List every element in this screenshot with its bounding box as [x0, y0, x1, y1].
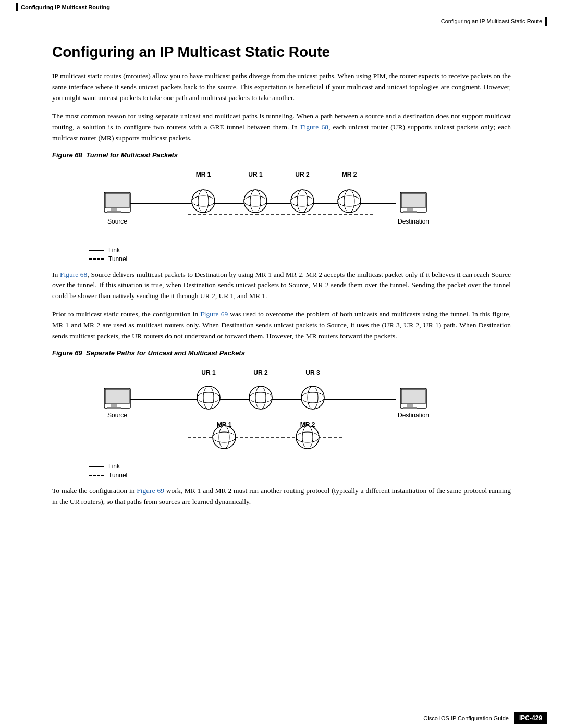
- fig69-link-1[interactable]: Figure 69: [200, 310, 228, 318]
- paragraph-4: Prior to multicast static routes, the co…: [52, 309, 511, 342]
- svg-text:Source: Source: [107, 218, 127, 225]
- svg-point-20: [291, 190, 314, 213]
- paragraph-5: To make the configuration in Figure 69 w…: [52, 486, 511, 508]
- svg-point-56: [296, 426, 319, 449]
- legend-tunnel-label: Tunnel: [108, 255, 127, 263]
- svg-point-44: [197, 386, 220, 409]
- figure-68-caption: Figure 68 Tunnel for Multicast Packets: [52, 151, 511, 159]
- legend-tunnel-69: Tunnel: [89, 472, 127, 479]
- figure-68-svg: MR 1 UR 1 UR 2 MR 2: [83, 167, 448, 240]
- svg-point-50: [301, 386, 324, 409]
- svg-point-17: [244, 190, 267, 213]
- svg-rect-11: [401, 193, 425, 208]
- header-right-text: Configuring an IP Multicast Static Route: [441, 18, 542, 24]
- figure-69-diagram: UR 1 UR 2 UR 3 MR 1 MR 2: [83, 365, 511, 480]
- fig68-link-1[interactable]: Figure 68: [300, 123, 328, 131]
- fig69-link-2[interactable]: Figure 69: [137, 487, 164, 495]
- figure-69-svg: UR 1 UR 2 UR 3 MR 1 MR 2: [83, 365, 448, 456]
- svg-text:UR 1: UR 1: [201, 369, 216, 376]
- svg-text:UR 3: UR 3: [305, 369, 320, 376]
- svg-rect-37: [105, 389, 129, 404]
- legend-dashed-line: [89, 258, 104, 260]
- svg-point-47: [249, 386, 272, 409]
- svg-text:MR 1: MR 1: [196, 171, 211, 178]
- svg-rect-7: [105, 193, 129, 208]
- legend-tunnel-68: Tunnel: [89, 255, 127, 263]
- main-content: Configuring an IP Multicast Static Route…: [0, 28, 563, 546]
- figure-68-label: Figure 68 Tunnel for Multicast Packets: [52, 151, 178, 159]
- header-bar-left: [16, 3, 18, 11]
- footer-right: Cisco IOS IP Configuration Guide IPC-429: [423, 712, 547, 724]
- svg-text:Destination: Destination: [398, 412, 429, 419]
- svg-text:Source: Source: [107, 412, 127, 419]
- header-bar-right: [545, 17, 547, 26]
- figure-68-block: Figure 68 Tunnel for Multicast Packets M…: [52, 151, 511, 264]
- legend-link-label-69: Link: [108, 463, 120, 470]
- svg-point-23: [338, 190, 361, 213]
- paragraph-2: The most common reason for using separat…: [52, 111, 511, 144]
- svg-text:UR 2: UR 2: [253, 369, 268, 376]
- svg-text:Destination: Destination: [398, 218, 429, 225]
- svg-rect-39: [107, 407, 121, 409]
- legend-link-label: Link: [108, 246, 120, 254]
- svg-text:UR 1: UR 1: [248, 171, 263, 178]
- header-bottom: Configuring an IP Multicast Static Route: [0, 15, 563, 28]
- svg-text:UR 2: UR 2: [295, 171, 310, 178]
- fig68-link-2[interactable]: Figure 68: [60, 270, 87, 278]
- figure-69-caption: Figure 69 Separate Paths for Unicast and…: [52, 349, 511, 357]
- svg-rect-38: [111, 404, 117, 407]
- svg-text:MR 2: MR 2: [342, 171, 357, 178]
- figure-69-label: Figure 69 Separate Paths for Unicast and…: [52, 349, 245, 357]
- header-left-text: Configuring IP Multicast Routing: [21, 4, 110, 10]
- legend-link-69: Link: [89, 463, 127, 470]
- svg-point-14: [192, 190, 215, 213]
- figure-68-diagram: MR 1 UR 1 UR 2 MR 2: [83, 167, 511, 264]
- footer-guide-text: Cisco IOS IP Configuration Guide: [423, 715, 509, 721]
- header-right-area: Configuring an IP Multicast Static Route: [441, 17, 547, 26]
- svg-rect-8: [111, 208, 117, 211]
- svg-rect-13: [403, 211, 417, 213]
- legend-dashed-line-69: [89, 475, 104, 476]
- legend-solid-line: [89, 250, 104, 251]
- svg-rect-9: [107, 211, 121, 213]
- figure-69-block: Figure 69 Separate Paths for Unicast and…: [52, 349, 511, 480]
- paragraph-1: IP multicast static routes (mroutes) all…: [52, 71, 511, 104]
- legend-tunnel-label-69: Tunnel: [108, 472, 127, 479]
- header-top: Configuring IP Multicast Routing: [0, 0, 563, 15]
- svg-point-53: [213, 426, 236, 449]
- legend-link-68: Link: [89, 246, 127, 254]
- page-title: Configuring an IP Multicast Static Route: [52, 44, 511, 60]
- figure-68-svg-area: MR 1 UR 1 UR 2 MR 2: [83, 167, 438, 242]
- footer: Cisco IOS IP Configuration Guide IPC-429: [0, 708, 563, 728]
- svg-rect-43: [403, 407, 417, 409]
- svg-rect-42: [407, 404, 413, 407]
- figure-68-legend: Link Tunnel: [89, 246, 127, 264]
- figure-69-legend: Link Tunnel: [89, 463, 127, 480]
- svg-rect-41: [401, 389, 425, 404]
- svg-rect-12: [407, 208, 413, 211]
- page-number-badge: IPC-429: [514, 712, 547, 724]
- header-left: Configuring IP Multicast Routing: [16, 3, 110, 11]
- figure-69-svg-area: UR 1 UR 2 UR 3 MR 1 MR 2: [83, 365, 438, 459]
- paragraph-3: In Figure 68, Source delivers multicast …: [52, 269, 511, 302]
- legend-solid-line-69: [89, 466, 104, 467]
